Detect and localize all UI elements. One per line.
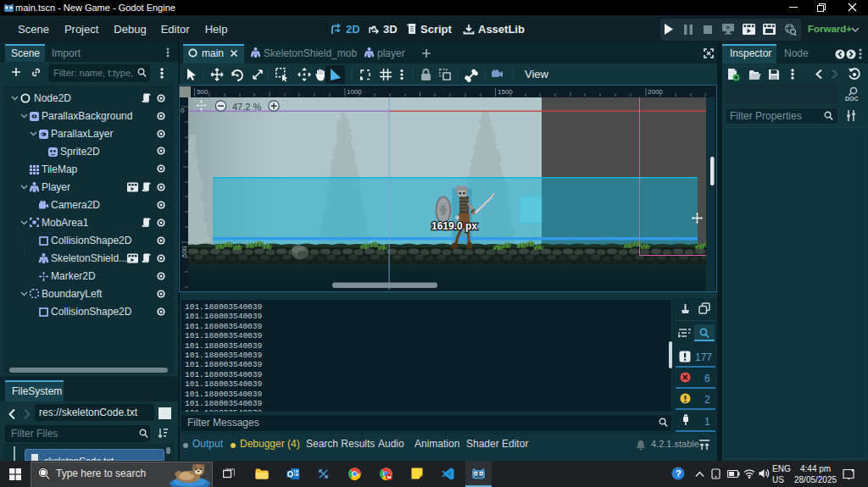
svg-text:1000: 1000 [347, 88, 362, 96]
svg-text:?: ? [676, 468, 682, 479]
svg-text:500: 500 [197, 88, 209, 96]
svg-text:500: 500 [181, 246, 188, 257]
svg-text:1500: 1500 [498, 88, 513, 96]
svg-text:View: View [525, 68, 549, 80]
svg-text:2000: 2000 [648, 88, 663, 96]
svg-text:DOC: DOC [845, 96, 859, 102]
svg-text:47.2 %: 47.2 % [232, 102, 261, 112]
svg-text:0: 0 [181, 107, 185, 114]
svg-text:1619.0 px: 1619.0 px [431, 220, 477, 232]
